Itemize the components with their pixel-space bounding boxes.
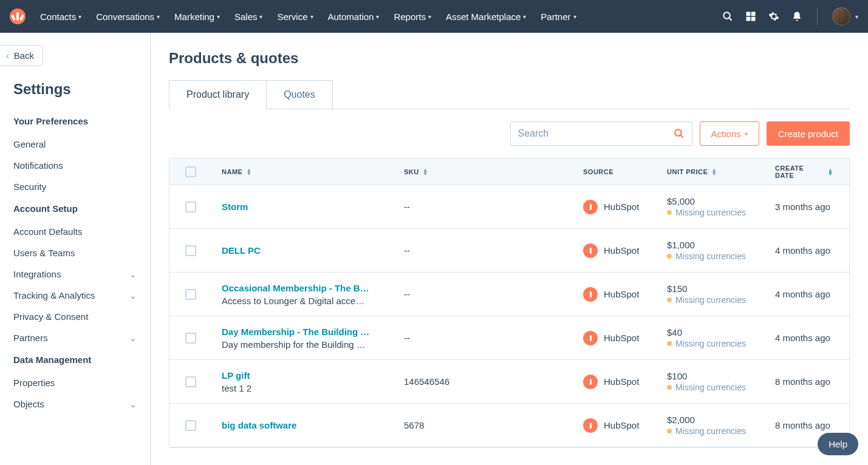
sidebar-item-objects[interactable]: Objects⌄ (0, 393, 150, 415)
section-header: Your Preferences (0, 110, 150, 134)
nav-separator (817, 8, 818, 25)
sidebar-item-partners[interactable]: Partners⌄ (0, 327, 150, 348)
product-name-link[interactable]: Day Membership - The Building … (222, 327, 404, 337)
caret-down-icon: ▾ (217, 13, 220, 20)
nav-item-asset-marketplace[interactable]: Asset Marketplace▾ (446, 12, 526, 22)
nav-item-conversations[interactable]: Conversations▾ (96, 12, 160, 22)
svg-point-0 (723, 12, 730, 19)
row-checkbox[interactable] (185, 420, 196, 431)
chevron-down-icon: ⌄ (129, 333, 137, 343)
search-input-wrap[interactable] (510, 121, 692, 146)
actions-button[interactable]: Actions ▾ (700, 121, 759, 146)
select-all-checkbox[interactable] (185, 166, 196, 177)
column-date[interactable]: CREATE DATE ▲▼ (775, 165, 833, 179)
sidebar-item-security[interactable]: Security (0, 176, 150, 197)
hubspot-logo[interactable] (10, 8, 26, 24)
table-row: LP gifttest 1 2146546546HubSpot$100Missi… (169, 360, 849, 404)
nav-item-partner[interactable]: Partner▾ (541, 12, 576, 22)
column-price[interactable]: UNIT PRICE ▲▼ (667, 168, 775, 175)
nav-item-automation[interactable]: Automation▾ (328, 12, 380, 22)
sidebar-item-users-teams[interactable]: Users & Teams (0, 242, 150, 263)
product-sku: -- (404, 333, 410, 343)
product-price: $5,000 (667, 196, 775, 206)
product-name-link[interactable]: Occasional Membership - The B… (222, 283, 404, 293)
product-price: $1,000 (667, 240, 775, 250)
chevron-left-icon: ‹ (6, 51, 9, 61)
product-price: $150 (667, 283, 775, 294)
row-checkbox[interactable] (185, 202, 196, 212)
main-content: Products & quotes Product libraryQuotes … (151, 33, 868, 465)
chevron-down-icon: ⌄ (129, 270, 137, 279)
product-name-link[interactable]: DELL PC (222, 245, 404, 256)
table-row: Occasional Membership - The B…Access to … (169, 273, 849, 316)
product-source: HubSpot (583, 331, 667, 345)
column-source[interactable]: SOURCE (583, 168, 667, 175)
product-create-date: 8 months ago (775, 420, 830, 430)
row-checkbox[interactable] (185, 333, 196, 344)
product-name-link[interactable]: LP gift (222, 370, 404, 381)
marketplace-icon[interactable] (745, 11, 756, 22)
chevron-down-icon: ▾ (855, 13, 858, 20)
caret-down-icon: ▾ (745, 131, 748, 137)
help-label: Help (829, 439, 847, 449)
create-label: Create product (778, 129, 838, 139)
sidebar-item-account-defaults[interactable]: Account Defaults (0, 221, 150, 242)
product-sku: 5678 (404, 420, 424, 430)
product-source: HubSpot (583, 243, 667, 258)
sidebar-item-notifications[interactable]: Notifications (0, 155, 150, 176)
product-name-link[interactable]: big data software (222, 420, 404, 430)
nav-item-reports[interactable]: Reports▾ (394, 12, 431, 22)
tab-product-library[interactable]: Product library (169, 80, 267, 109)
settings-sidebar: ‹ Back Settings Your PreferencesGeneralN… (0, 33, 151, 465)
sidebar-item-privacy-consent[interactable]: Privacy & Consent (0, 306, 150, 327)
account-menu[interactable]: ▾ (832, 7, 858, 25)
search-input[interactable] (518, 128, 674, 139)
chevron-down-icon: ⌄ (129, 399, 137, 409)
tabs: Product libraryQuotes (169, 80, 850, 109)
nav-item-contacts[interactable]: Contacts▾ (40, 12, 81, 22)
svg-line-7 (680, 135, 683, 138)
hubspot-icon (583, 287, 598, 302)
back-button[interactable]: ‹ Back (0, 45, 43, 66)
nav-item-service[interactable]: Service▾ (277, 12, 313, 22)
table-body: Storm--HubSpot$5,000Missing currencies3 … (169, 185, 849, 447)
sort-icon: ▲▼ (423, 168, 428, 175)
nav-item-marketing[interactable]: Marketing▾ (174, 12, 220, 22)
page-title: Products & quotes (169, 50, 850, 67)
sidebar-item-tracking-analytics[interactable]: Tracking & Analytics⌄ (0, 285, 150, 306)
actions-label: Actions (711, 129, 741, 139)
tab-quotes[interactable]: Quotes (267, 80, 333, 109)
table-row: Day Membership - The Building …Day membe… (169, 316, 849, 360)
sort-icon-desc: ▲▼ (828, 168, 833, 175)
caret-down-icon: ▾ (573, 13, 576, 20)
section-header: Data Management (0, 348, 150, 372)
help-button[interactable]: Help (818, 433, 858, 455)
nav-item-sales[interactable]: Sales▾ (234, 12, 263, 22)
product-name-link[interactable]: Storm (222, 202, 404, 212)
sort-icon: ▲▼ (246, 168, 251, 175)
missing-currencies-badge: Missing currencies (667, 295, 775, 305)
column-sku[interactable]: SKU ▲▼ (404, 168, 583, 175)
notifications-icon[interactable] (791, 11, 802, 22)
row-checkbox[interactable] (185, 289, 196, 300)
sidebar-item-properties[interactable]: Properties (0, 372, 150, 393)
sidebar-item-integrations[interactable]: Integrations⌄ (0, 263, 150, 285)
svg-rect-4 (747, 17, 751, 21)
search-icon[interactable] (722, 11, 733, 22)
settings-title: Settings (0, 81, 150, 110)
top-nav: Contacts▾Conversations▾Marketing▾Sales▾S… (0, 0, 868, 33)
product-source: HubSpot (583, 418, 667, 433)
product-desc: Access to Lounger & Digital access … (222, 296, 367, 306)
settings-icon[interactable] (768, 11, 779, 22)
product-create-date: 8 months ago (775, 376, 830, 387)
column-name[interactable]: NAME ▲▼ (222, 168, 404, 175)
caret-down-icon: ▾ (157, 13, 160, 20)
caret-down-icon: ▾ (428, 13, 431, 20)
svg-rect-2 (747, 12, 751, 16)
product-source: HubSpot (583, 200, 667, 214)
product-price: $100 (667, 371, 775, 381)
sidebar-item-general[interactable]: General (0, 134, 150, 155)
row-checkbox[interactable] (185, 376, 196, 387)
create-product-button[interactable]: Create product (767, 121, 850, 146)
row-checkbox[interactable] (185, 245, 196, 256)
